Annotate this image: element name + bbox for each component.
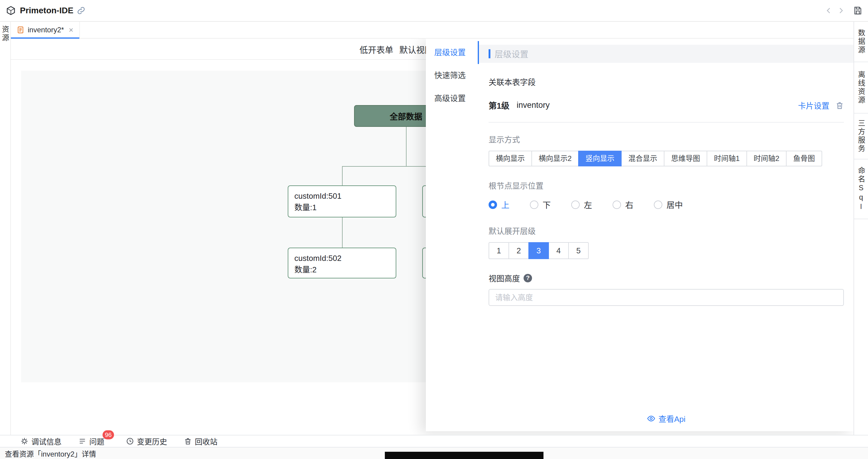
display-mode-mindmap[interactable]: 思维导图: [664, 151, 707, 166]
change-history-button[interactable]: 变更历史: [126, 436, 167, 447]
recycle-bin-button[interactable]: 回收站: [184, 436, 217, 447]
settings-panel: 层级设置 快速筛选 高级设置 层级设置 关联本表字段 第1级 inventory…: [426, 39, 854, 431]
display-mode-timeline2[interactable]: 时间轴2: [746, 151, 786, 166]
rail-item-named-sql[interactable]: 命名Sql: [854, 160, 868, 219]
connector-root-down: [406, 127, 407, 166]
right-rail: 数据源 离线资源 三方服务 命名Sql: [854, 22, 868, 435]
rail-label: 离线资源: [856, 71, 867, 105]
expand-level-label: 默认展开层级: [489, 225, 844, 236]
display-mode-fishbone[interactable]: 鱼骨图: [786, 151, 822, 166]
radio-right[interactable]: 右: [613, 199, 633, 210]
root-position-group: 上 下 左 右 居中: [489, 199, 844, 210]
chevron-right-icon[interactable]: [837, 7, 844, 14]
radio-dot: [489, 201, 497, 209]
save-icon[interactable]: [853, 6, 862, 15]
left-rail: 资源: [0, 22, 11, 435]
radio-dot: [530, 201, 538, 209]
trash-icon[interactable]: [835, 101, 844, 110]
radio-center[interactable]: 居中: [654, 199, 683, 210]
view-api-label: 查看Api: [658, 413, 685, 424]
rail-label: 命名Sql: [856, 167, 867, 212]
expand-level-1[interactable]: 1: [489, 242, 509, 259]
tree-node-501[interactable]: customId:501 数量:1: [288, 185, 396, 218]
menu-item-quick-filter[interactable]: 快速筛选: [426, 64, 479, 87]
rail-item-third-party-services[interactable]: 三方服务: [854, 114, 868, 160]
tree-node-502[interactable]: customId:502 数量:2: [288, 248, 396, 279]
radio-label: 左: [584, 199, 592, 210]
tab-close-icon[interactable]: ×: [69, 25, 73, 35]
problems-badge: 96: [102, 430, 114, 439]
settings-body: 层级设置 关联本表字段 第1级 inventory 卡片设置: [479, 39, 854, 431]
radio-left[interactable]: 左: [571, 199, 592, 210]
display-mode-horizontal[interactable]: 横向显示: [489, 151, 532, 166]
node-line2: 数量:1: [294, 202, 390, 213]
connector-drop-501: [342, 166, 343, 185]
header-accent-bar: [489, 49, 490, 58]
panel-header-title: 层级设置: [495, 48, 528, 60]
tree-root-label: 全部数据: [390, 110, 422, 122]
level-prefix: 第1级: [489, 99, 509, 111]
radio-top[interactable]: 上: [489, 199, 509, 210]
menu-item-hierarchy[interactable]: 层级设置: [426, 41, 479, 64]
expand-level-4[interactable]: 4: [548, 242, 569, 259]
topbar: Primeton-IDE: [0, 0, 868, 22]
trash-icon: [184, 437, 192, 445]
dock-strip: [385, 452, 544, 459]
document-icon: [17, 26, 24, 33]
list-icon: [79, 437, 86, 445]
chevron-left-icon[interactable]: [825, 7, 832, 14]
debug-icon: [21, 437, 28, 445]
problems-button[interactable]: 问题 96: [79, 436, 104, 447]
node-line2: 数量:2: [294, 264, 390, 276]
settings-menu: 层级设置 快速筛选 高级设置: [426, 39, 479, 431]
display-mode-group: 横向显示 横向显示2 竖向显示 混合显示 思维导图 时间轴1 时间轴2 鱼骨图: [489, 151, 844, 166]
display-mode-timeline1[interactable]: 时间轴1: [707, 151, 747, 166]
display-mode-label: 显示方式: [489, 134, 844, 145]
card-settings-link[interactable]: 卡片设置: [798, 99, 829, 111]
radio-label: 居中: [666, 199, 683, 210]
status-text: 查看资源「inventory2」详情: [5, 448, 96, 459]
radio-dot: [613, 201, 621, 209]
app-window: Primeton-IDE 资源: [0, 0, 868, 459]
tab-inventory2[interactable]: inventory2* ×: [11, 22, 80, 38]
left-rail-resources[interactable]: 资源: [0, 25, 10, 42]
help-icon[interactable]: ?: [524, 274, 532, 282]
radio-label: 右: [625, 199, 633, 210]
connector-501-502: [342, 218, 343, 248]
problems-label: 问题: [89, 436, 104, 447]
clock-icon: [126, 437, 134, 445]
view-height-input[interactable]: [489, 289, 844, 306]
view-api-link[interactable]: 查看Api: [479, 413, 854, 424]
level-actions: 卡片设置: [798, 99, 844, 111]
display-mode-vertical[interactable]: 竖向显示: [578, 151, 622, 166]
tab-strip: inventory2* ×: [11, 22, 854, 39]
tab-label: inventory2*: [28, 26, 64, 34]
level-row: 第1级 inventory 卡片设置: [489, 99, 844, 111]
expand-level-group: 1 2 3 4 5: [489, 242, 844, 259]
root-position-label: 根节点显示位置: [489, 180, 844, 191]
radio-dot: [571, 201, 580, 209]
rail-item-offline-resources[interactable]: 离线资源: [854, 62, 868, 114]
radio-bottom[interactable]: 下: [530, 199, 551, 210]
change-history-label: 变更历史: [137, 436, 167, 447]
rail-item-datasource[interactable]: 数据源: [854, 22, 868, 62]
display-mode-horizontal2[interactable]: 横向显示2: [531, 151, 579, 166]
display-mode-mixed[interactable]: 混合显示: [621, 151, 664, 166]
low-code-form-button[interactable]: 低开表单: [360, 44, 393, 56]
menu-item-advanced[interactable]: 高级设置: [426, 87, 479, 110]
node-line1: customId:502: [294, 253, 390, 264]
link-icon[interactable]: [77, 6, 85, 15]
expand-level-5[interactable]: 5: [568, 242, 589, 259]
debug-info-button[interactable]: 调试信息: [21, 436, 62, 447]
radio-label: 上: [501, 199, 509, 210]
divider: [489, 122, 844, 123]
view-height-row: 视图高度 ?: [489, 272, 844, 284]
rail-label: 数据源: [856, 29, 867, 54]
panel-content: 关联本表字段 第1级 inventory 卡片设置 显示方式: [479, 76, 854, 306]
recycle-bin-label: 回收站: [195, 436, 217, 447]
level-value: inventory: [517, 101, 550, 110]
expand-level-2[interactable]: 2: [508, 242, 529, 259]
expand-level-3[interactable]: 3: [528, 242, 549, 259]
eye-icon: [647, 414, 655, 423]
connector-branch: [342, 166, 438, 167]
